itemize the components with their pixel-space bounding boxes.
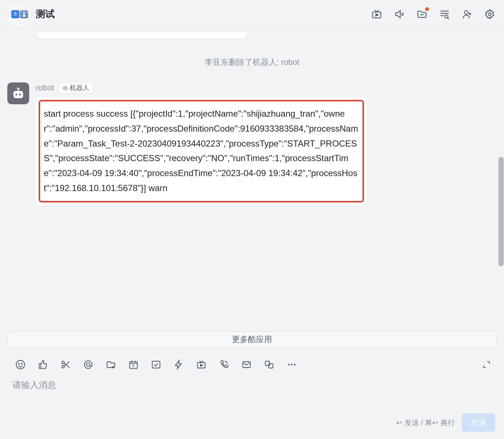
header-right bbox=[371, 9, 495, 20]
chat-title: 测试 bbox=[36, 8, 55, 20]
send-hint: ↩ 发送 / ⌘↩ 换行 bbox=[396, 418, 455, 428]
folder-icon[interactable] bbox=[416, 9, 427, 20]
previous-message-fragment bbox=[38, 32, 246, 39]
svg-point-2 bbox=[445, 15, 448, 18]
header: 东 测试 bbox=[0, 0, 504, 28]
more-apps-button[interactable]: 更多酷应用 bbox=[7, 331, 497, 347]
lightning-icon[interactable] bbox=[174, 360, 184, 370]
scrollbar-track[interactable] bbox=[498, 29, 504, 239]
message-content: start process success [{"projectId":1,"p… bbox=[39, 100, 364, 202]
input-placeholder: 请输入消息 bbox=[12, 379, 492, 391]
phone-icon[interactable] bbox=[219, 360, 229, 370]
message-bubble[interactable]: start process success [{"projectId":1,"p… bbox=[36, 97, 367, 205]
sender-name: robot bbox=[36, 83, 54, 93]
footer: ↩ 发送 / ⌘↩ 换行 发送 bbox=[0, 413, 504, 439]
gear-icon[interactable] bbox=[484, 9, 495, 20]
expand-icon[interactable] bbox=[481, 360, 492, 370]
svg-point-7 bbox=[19, 94, 21, 96]
svg-point-24 bbox=[288, 364, 290, 366]
chat-avatar[interactable]: 东 bbox=[9, 3, 31, 25]
svg-point-9 bbox=[64, 88, 65, 88]
bot-badge: 机器人 bbox=[59, 82, 93, 93]
message-body: robot 机器人 start process success [{"proje… bbox=[36, 82, 497, 205]
thumbs-up-icon[interactable] bbox=[38, 360, 48, 370]
svg-rect-19 bbox=[152, 361, 160, 368]
speaker-off-icon[interactable] bbox=[394, 9, 405, 20]
svg-point-15 bbox=[62, 365, 65, 368]
bot-icon bbox=[62, 85, 68, 91]
message-input[interactable]: 请输入消息 bbox=[0, 373, 504, 413]
send-button[interactable]: 发送 bbox=[462, 413, 495, 432]
input-toolbar: 9 bbox=[0, 352, 504, 373]
svg-point-6 bbox=[16, 94, 18, 96]
svg-point-4 bbox=[488, 13, 491, 16]
calendar-icon[interactable]: 9 bbox=[128, 360, 139, 370]
emoji-icon[interactable] bbox=[15, 360, 26, 370]
scrollbar-thumb[interactable] bbox=[499, 157, 504, 266]
search-list-icon[interactable] bbox=[439, 9, 450, 20]
avatar-person-icon bbox=[20, 10, 28, 18]
svg-point-26 bbox=[294, 364, 296, 366]
svg-rect-8 bbox=[63, 87, 67, 89]
screen-share-icon[interactable] bbox=[264, 360, 274, 370]
svg-point-3 bbox=[465, 11, 468, 14]
mention-icon[interactable] bbox=[83, 360, 93, 370]
tv-play-small-icon[interactable] bbox=[196, 360, 206, 370]
task-icon[interactable] bbox=[151, 360, 161, 370]
notification-dot bbox=[425, 7, 429, 11]
svg-point-16 bbox=[86, 363, 90, 366]
svg-point-0 bbox=[23, 12, 25, 14]
svg-point-14 bbox=[62, 361, 65, 364]
chat-area[interactable]: 李亚东删除了机器人: robot robot 机器人 start process… bbox=[0, 28, 504, 327]
avatar-initial: 东 bbox=[11, 10, 19, 18]
bot-badge-label: 机器人 bbox=[70, 83, 89, 92]
svg-point-13 bbox=[22, 364, 22, 364]
message-header: robot 机器人 bbox=[36, 82, 497, 93]
scissors-icon[interactable] bbox=[61, 360, 71, 370]
svg-text:9: 9 bbox=[132, 364, 135, 368]
more-icon[interactable] bbox=[287, 360, 297, 370]
header-left: 东 测试 bbox=[9, 3, 55, 25]
svg-rect-5 bbox=[13, 91, 23, 98]
svg-point-12 bbox=[19, 364, 19, 364]
tv-play-icon[interactable] bbox=[371, 9, 382, 20]
add-user-icon[interactable] bbox=[462, 9, 473, 20]
svg-point-10 bbox=[66, 88, 66, 88]
svg-point-11 bbox=[16, 360, 24, 369]
mail-icon[interactable] bbox=[241, 360, 252, 370]
message-row: robot 机器人 start process success [{"proje… bbox=[7, 82, 497, 205]
folder-add-icon[interactable] bbox=[106, 360, 116, 370]
system-message: 李亚东删除了机器人: robot bbox=[7, 57, 497, 68]
svg-point-25 bbox=[291, 364, 293, 366]
robot-avatar[interactable] bbox=[7, 82, 29, 104]
